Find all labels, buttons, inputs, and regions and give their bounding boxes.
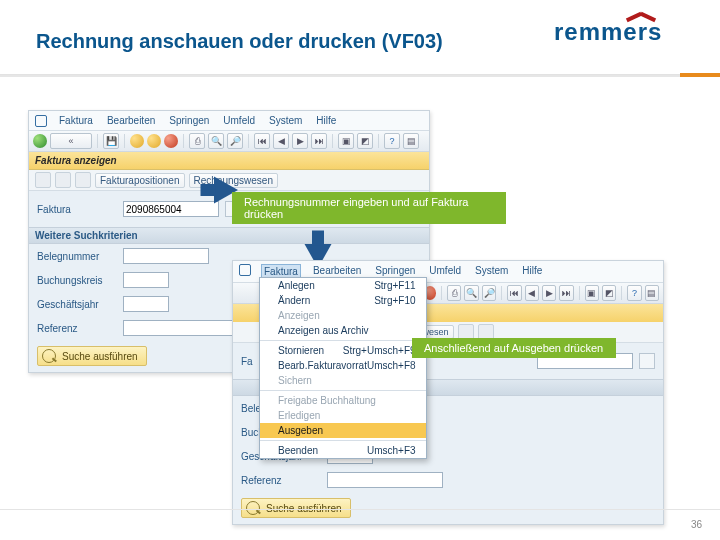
faktura-label: Faktura (37, 204, 117, 215)
input-referenz-2[interactable] (327, 472, 443, 488)
search-exec-label: Suche ausführen (62, 351, 138, 362)
menu-stornieren[interactable]: StornierenStrg+Umsch+F9 (260, 343, 426, 358)
menu-freigabe: Freigabe Buchhaltung (260, 393, 426, 408)
help-icon[interactable]: ? (384, 133, 400, 149)
sap-window-2: Faktura Bearbeiten Springen Umfeld Syste… (232, 260, 664, 525)
menu-archiv[interactable]: Anzeigen aus Archiv (260, 323, 426, 338)
faktura-menu[interactable]: AnlegenStrg+F11 ÄndernStrg+F10 Anzeigen … (259, 277, 427, 459)
new-session-icon-2[interactable]: ▣ (585, 285, 599, 301)
layout-icon-2[interactable]: ▤ (645, 285, 659, 301)
next-page-icon[interactable]: ▶ (292, 133, 308, 149)
find-next-icon[interactable]: 🔎 (227, 133, 243, 149)
screen-title-1: Faktura anzeigen (29, 152, 429, 170)
find-next-icon-2[interactable]: 🔎 (482, 285, 496, 301)
fakturapositionen-button[interactable]: Fakturapositionen (95, 173, 185, 188)
accept-icon[interactable] (33, 134, 47, 148)
menu-ausgeben[interactable]: Ausgeben (260, 423, 426, 438)
menu-springen[interactable]: Springen (167, 114, 211, 127)
new-session-icon[interactable]: ▣ (338, 133, 354, 149)
menu-system[interactable]: System (267, 114, 304, 127)
faktura-input[interactable] (123, 201, 219, 217)
exit-icon[interactable] (147, 134, 161, 148)
footer-divider (0, 509, 720, 510)
search-exec-label-2: Suche ausführen (266, 503, 342, 514)
brand-logo: remmers (554, 18, 684, 52)
print-icon[interactable]: ⎙ (189, 133, 205, 149)
menu-umfeld[interactable]: Umfeld (221, 114, 257, 127)
page-number: 36 (691, 519, 702, 530)
save-icon[interactable]: 💾 (103, 133, 119, 149)
find-icon-2[interactable]: 🔍 (464, 285, 478, 301)
first-page-icon[interactable]: ⏮ (254, 133, 270, 149)
input-belegnummer[interactable] (123, 248, 209, 264)
list-icon[interactable] (75, 172, 91, 188)
print-icon-2[interactable]: ⎙ (447, 285, 461, 301)
shortcut-icon-2[interactable]: ◩ (602, 285, 616, 301)
input-buchungskreis[interactable] (123, 272, 169, 288)
menu-vorrat[interactable]: Bearb.FakturavorratUmsch+F8 (260, 358, 426, 373)
menu-hilfe-2[interactable]: Hilfe (520, 264, 544, 279)
roof-icon (630, 12, 654, 24)
menubar-icon-2 (239, 264, 251, 276)
title-divider (0, 74, 720, 77)
find-icon[interactable]: 🔍 (208, 133, 224, 149)
label-referenz: Referenz (37, 323, 117, 334)
shortcut-icon[interactable]: ◩ (357, 133, 373, 149)
prev-page-icon[interactable]: ◀ (273, 133, 289, 149)
menu-anlegen[interactable]: AnlegenStrg+F11 (260, 278, 426, 293)
menu-erledigen: Erledigen (260, 408, 426, 423)
first-page-icon-2[interactable]: ⏮ (507, 285, 521, 301)
menu-aendern[interactable]: ÄndernStrg+F10 (260, 293, 426, 308)
menubar-1: Faktura Bearbeiten Springen Umfeld Syste… (29, 111, 429, 131)
callout-step1: Rechnungsnummer eingeben und auf Faktura… (232, 192, 506, 224)
magnifier-icon (42, 349, 56, 363)
menu-hilfe[interactable]: Hilfe (314, 114, 338, 127)
search-help-icon-2[interactable] (639, 353, 655, 369)
menu-sichern: Sichern (260, 373, 426, 388)
input-referenz[interactable] (123, 320, 239, 336)
edit-icon[interactable] (35, 172, 51, 188)
search-exec-button-2[interactable]: Suche ausführen (241, 498, 351, 518)
brand-text: remmers (554, 18, 684, 46)
slide-title: Rechnung anschauen oder drucken (VF03) (36, 30, 443, 53)
last-page-icon[interactable]: ⏭ (311, 133, 327, 149)
label-buchungskreis: Buchungskreis (37, 275, 117, 286)
prev-page-icon-2[interactable]: ◀ (525, 285, 539, 301)
menu-faktura[interactable]: Faktura (57, 114, 95, 127)
magnifier-icon-2 (246, 501, 260, 515)
menu-anzeigen: Anzeigen (260, 308, 426, 323)
doc-icon[interactable] (55, 172, 71, 188)
last-page-icon-2[interactable]: ⏭ (559, 285, 573, 301)
cancel-icon[interactable] (164, 134, 178, 148)
menu-system-2[interactable]: System (473, 264, 510, 279)
back-icon[interactable] (130, 134, 144, 148)
nav-field[interactable]: « (50, 133, 92, 149)
input-geschaeftsjahr[interactable] (123, 296, 169, 312)
label-referenz-2: Referenz (241, 475, 321, 486)
menu-bearbeiten[interactable]: Bearbeiten (105, 114, 157, 127)
layout-icon[interactable]: ▤ (403, 133, 419, 149)
label-geschaeftsjahr: Geschäftsjahr (37, 299, 117, 310)
help-icon-2[interactable]: ? (627, 285, 641, 301)
label-belegnummer: Belegnummer (37, 251, 117, 262)
toolbar-1: « 💾 ⎙ 🔍 🔎 ⏮ ◀ ▶ ⏭ ▣ ◩ ? ▤ (29, 131, 429, 152)
next-page-icon-2[interactable]: ▶ (542, 285, 556, 301)
menu-beenden[interactable]: BeendenUmsch+F3 (260, 443, 426, 458)
search-exec-button-1[interactable]: Suche ausführen (37, 346, 147, 366)
menu-umfeld-2[interactable]: Umfeld (427, 264, 463, 279)
section-weitere-1: Weitere Suchkriterien (29, 227, 429, 244)
menubar-icon (35, 114, 47, 127)
callout-step2: Anschließend auf Ausgeben drücken (412, 338, 616, 358)
